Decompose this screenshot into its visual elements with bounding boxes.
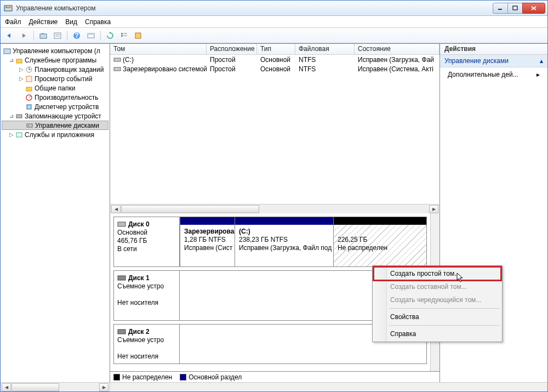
partition-system-reserved[interactable]: Зарезервирова1,28 ГБ NTFSИсправен (Сист bbox=[180, 217, 235, 266]
volume-row[interactable]: (C:) Простой Основной NTFS Исправен (Заг… bbox=[110, 55, 439, 64]
tree-services-apps[interactable]: ▷Службы и приложения bbox=[2, 130, 109, 139]
disk-row-0: Диск 0 Основной 465,76 ГБ В сети Зарезер… bbox=[113, 217, 427, 267]
svg-rect-21 bbox=[16, 59, 22, 63]
svg-rect-16 bbox=[121, 35, 123, 37]
toolbar: ? bbox=[1, 28, 547, 43]
volume-table-header: Том Расположение Тип Файловая система Со… bbox=[110, 44, 439, 55]
partition-c[interactable]: (C:)238,23 ГБ NTFSИсправен (Загрузка, Фа… bbox=[235, 217, 333, 266]
actions-more[interactable]: Дополнительные дей...▸ bbox=[440, 67, 547, 82]
menu-view[interactable]: Вид bbox=[65, 18, 77, 26]
tree-hscrollbar[interactable]: ◀ ▶ bbox=[1, 383, 110, 391]
volume-row[interactable]: Зарезервировано системой Простой Основно… bbox=[110, 64, 439, 73]
col-layout[interactable]: Расположение bbox=[207, 44, 257, 54]
svg-rect-19 bbox=[135, 33, 141, 38]
context-menu: Создать простой том... Создать составной… bbox=[372, 265, 503, 342]
svg-rect-31 bbox=[27, 124, 32, 127]
svg-rect-14 bbox=[88, 33, 94, 35]
svg-rect-36 bbox=[118, 222, 125, 226]
svg-rect-20 bbox=[4, 49, 10, 54]
statusbar: ◀ ▶ bbox=[1, 382, 547, 391]
tree-system-tools[interactable]: ⊿Служебные программы bbox=[2, 55, 109, 65]
svg-rect-25 bbox=[26, 76, 32, 82]
svg-text:?: ? bbox=[75, 32, 78, 39]
titlebar: Управление компьютером bbox=[1, 1, 547, 16]
tree-root[interactable]: Управление компьютером (л bbox=[2, 46, 109, 55]
up-button[interactable] bbox=[37, 30, 49, 42]
svg-rect-2 bbox=[8, 7, 11, 8]
disk-icon bbox=[117, 328, 126, 335]
svg-rect-34 bbox=[114, 58, 121, 61]
col-status[interactable]: Состояние bbox=[355, 44, 439, 54]
ctx-create-striped-volume: Создать чередующийся том... bbox=[374, 293, 501, 306]
volume-hscrollbar[interactable]: ◀ ▶ bbox=[110, 204, 439, 213]
partition-unallocated[interactable]: 226,25 ГБНе распределен bbox=[333, 217, 426, 266]
svg-rect-8 bbox=[54, 33, 61, 38]
menu-help[interactable]: Справка bbox=[85, 18, 111, 26]
svg-rect-33 bbox=[16, 133, 22, 137]
app-icon bbox=[4, 4, 13, 13]
svg-rect-35 bbox=[114, 67, 121, 71]
disk-icon bbox=[117, 221, 126, 228]
svg-rect-38 bbox=[118, 329, 125, 334]
svg-rect-1 bbox=[5, 7, 8, 8]
settings-button[interactable] bbox=[133, 30, 145, 42]
tree-device-manager[interactable]: Диспетчер устройств bbox=[2, 102, 109, 111]
menu-action[interactable]: Действие bbox=[29, 18, 58, 26]
ctx-properties[interactable]: Свойства bbox=[374, 310, 501, 323]
properties-button[interactable] bbox=[52, 30, 64, 42]
tree-storage[interactable]: ⊿Запоминающие устройст bbox=[2, 111, 109, 121]
actions-title: Действия bbox=[440, 44, 547, 55]
collapse-icon: ▴ bbox=[540, 57, 543, 65]
chevron-right-icon: ▸ bbox=[536, 71, 540, 78]
disk-icon bbox=[117, 275, 126, 281]
maximize-button[interactable] bbox=[507, 3, 523, 14]
close-button[interactable] bbox=[522, 3, 545, 14]
ctx-create-spanned-volume: Создать составной том... bbox=[374, 280, 501, 293]
view-button[interactable] bbox=[85, 30, 97, 42]
svg-rect-30 bbox=[16, 115, 22, 118]
navigation-tree: Управление компьютером (л ⊿Служебные про… bbox=[1, 44, 110, 382]
volume-icon bbox=[113, 56, 121, 63]
volume-list: (C:) Простой Основной NTFS Исправен (Заг… bbox=[110, 55, 439, 204]
volume-icon bbox=[113, 66, 121, 72]
tree-performance[interactable]: Производительность bbox=[2, 93, 109, 102]
legend: Не распределен Основной раздел bbox=[110, 371, 439, 382]
tree-event-viewer[interactable]: ▷Просмотр событий bbox=[2, 74, 109, 83]
help-button[interactable]: ? bbox=[71, 30, 83, 42]
svg-rect-37 bbox=[118, 276, 125, 280]
svg-rect-7 bbox=[40, 34, 47, 38]
tree-shared-folders[interactable]: Общие папки bbox=[2, 83, 109, 93]
ctx-help[interactable]: Справка bbox=[374, 327, 501, 340]
actions-section[interactable]: Управление дисками▴ bbox=[440, 55, 547, 67]
col-type[interactable]: Тип bbox=[257, 44, 295, 54]
col-volume[interactable]: Том bbox=[110, 44, 207, 54]
col-filesystem[interactable]: Файловая система bbox=[295, 44, 355, 54]
list-button[interactable] bbox=[118, 30, 130, 42]
svg-rect-29 bbox=[27, 105, 31, 109]
back-button[interactable] bbox=[4, 30, 16, 42]
minimize-button[interactable] bbox=[493, 3, 508, 14]
ctx-create-simple-volume[interactable]: Создать простой том... bbox=[374, 267, 501, 280]
svg-rect-26 bbox=[26, 87, 32, 91]
refresh-button[interactable] bbox=[104, 30, 116, 42]
svg-rect-4 bbox=[513, 6, 517, 10]
forward-button[interactable] bbox=[18, 30, 30, 42]
window-title: Управление компьютером bbox=[16, 4, 493, 12]
menu-file[interactable]: Файл bbox=[5, 18, 21, 26]
svg-point-32 bbox=[28, 125, 29, 126]
menubar: Файл Действие Вид Справка bbox=[1, 16, 547, 28]
tree-task-scheduler[interactable]: ▷Планировщик заданий bbox=[2, 65, 109, 74]
svg-rect-15 bbox=[121, 33, 123, 35]
tree-disk-management[interactable]: Управление дисками bbox=[2, 121, 109, 130]
